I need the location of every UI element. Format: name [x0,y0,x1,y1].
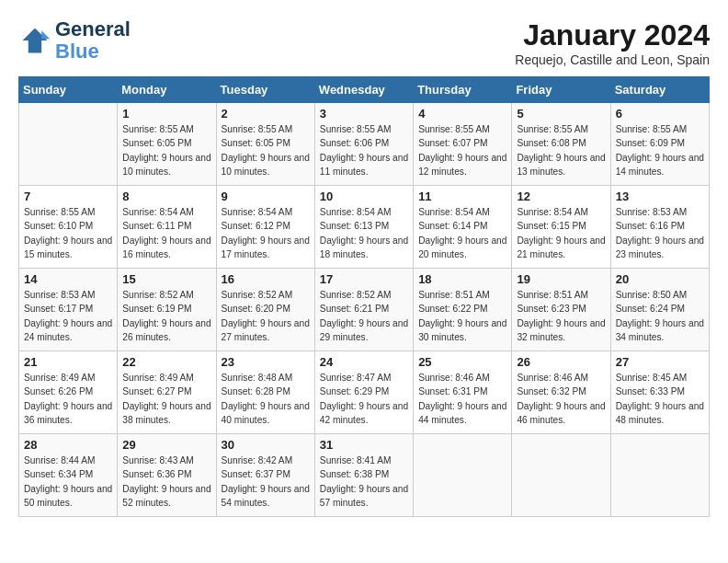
day-number: 24 [320,355,408,369]
calendar-cell: 27Sunrise: 8:45 AMSunset: 6:33 PMDayligh… [610,351,709,434]
calendar-cell: 12Sunrise: 8:54 AMSunset: 6:15 PMDayligh… [512,186,610,269]
sunrise-text: Sunrise: 8:52 AM [320,288,408,302]
day-info: Sunrise: 8:49 AMSunset: 6:26 PMDaylight:… [24,371,112,427]
sunrise-text: Sunrise: 8:44 AM [24,454,112,467]
day-number: 22 [122,355,210,369]
calendar-cell: 1Sunrise: 8:55 AMSunset: 6:05 PMDaylight… [118,103,216,186]
calendar-cell: 23Sunrise: 8:48 AMSunset: 6:28 PMDayligh… [216,351,314,434]
day-number: 13 [616,190,704,203]
sunset-text: Sunset: 6:22 PM [418,302,506,316]
calendar-cell: 30Sunrise: 8:42 AMSunset: 6:37 PMDayligh… [216,434,314,517]
calendar-cell: 18Sunrise: 8:51 AMSunset: 6:22 PMDayligh… [414,269,512,351]
sunrise-text: Sunrise: 8:51 AM [517,288,605,302]
daylight-text: Daylight: 9 hours and 40 minutes. [222,399,310,428]
sunrise-text: Sunrise: 8:49 AM [24,371,112,385]
weekday-header-tuesday: Tuesday [216,77,314,103]
sunrise-text: Sunrise: 8:52 AM [122,288,210,302]
day-info: Sunrise: 8:52 AMSunset: 6:19 PMDaylight:… [122,288,210,344]
sunrise-text: Sunrise: 8:48 AM [222,371,310,385]
calendar-cell: 10Sunrise: 8:54 AMSunset: 6:13 PMDayligh… [314,186,413,269]
day-number: 28 [24,438,112,452]
day-number: 7 [24,190,112,203]
sunset-text: Sunset: 6:06 PM [320,136,408,150]
day-info: Sunrise: 8:54 AMSunset: 6:12 PMDaylight:… [222,205,310,261]
sunrise-text: Sunrise: 8:47 AM [320,371,408,385]
daylight-text: Daylight: 9 hours and 27 minutes. [222,316,310,345]
day-info: Sunrise: 8:47 AMSunset: 6:29 PMDaylight:… [320,371,408,427]
weekday-header-saturday: Saturday [610,77,709,103]
sunrise-text: Sunrise: 8:41 AM [320,454,408,467]
day-info: Sunrise: 8:52 AMSunset: 6:21 PMDaylight:… [320,288,408,344]
sunset-text: Sunset: 6:05 PM [222,136,310,150]
sunset-text: Sunset: 6:15 PM [517,219,605,233]
logo-line1: General [55,18,131,40]
sunset-text: Sunset: 6:20 PM [222,302,310,316]
day-number: 4 [418,107,506,121]
day-number: 14 [24,272,112,286]
day-number: 6 [616,107,704,121]
sunset-text: Sunset: 6:38 PM [320,467,408,481]
day-number: 2 [222,107,310,121]
day-number: 15 [122,272,210,286]
day-info: Sunrise: 8:49 AMSunset: 6:27 PMDaylight:… [122,371,210,427]
calendar-cell: 22Sunrise: 8:49 AMSunset: 6:27 PMDayligh… [118,351,216,434]
day-number: 3 [320,107,408,121]
sunset-text: Sunset: 6:05 PM [122,136,210,150]
sunrise-text: Sunrise: 8:50 AM [616,288,704,302]
day-info: Sunrise: 8:55 AMSunset: 6:10 PMDaylight:… [24,205,112,261]
logo: General Blue [18,18,131,63]
day-info: Sunrise: 8:43 AMSunset: 6:36 PMDaylight:… [122,454,210,510]
sunrise-text: Sunrise: 8:43 AM [122,454,210,467]
day-number: 10 [320,190,408,203]
daylight-text: Daylight: 9 hours and 34 minutes. [616,316,704,345]
calendar-cell: 4Sunrise: 8:55 AMSunset: 6:07 PMDaylight… [414,103,512,186]
daylight-text: Daylight: 9 hours and 57 minutes. [320,482,408,511]
month-year: January 2024 [515,18,710,52]
daylight-text: Daylight: 9 hours and 15 minutes. [24,234,112,262]
daylight-text: Daylight: 9 hours and 10 minutes. [122,151,210,179]
day-number: 23 [222,355,310,369]
daylight-text: Daylight: 9 hours and 54 minutes. [222,482,310,511]
day-info: Sunrise: 8:55 AMSunset: 6:05 PMDaylight:… [122,122,210,178]
daylight-text: Daylight: 9 hours and 12 minutes. [418,151,506,179]
sunrise-text: Sunrise: 8:54 AM [320,205,408,219]
day-info: Sunrise: 8:45 AMSunset: 6:33 PMDaylight:… [616,371,704,427]
logo-icon [18,24,51,57]
day-info: Sunrise: 8:54 AMSunset: 6:13 PMDaylight:… [320,205,408,261]
sunrise-text: Sunrise: 8:51 AM [418,288,506,302]
page-header: General Blue January 2024 Requejo, Casti… [18,18,710,67]
sunrise-text: Sunrise: 8:52 AM [222,288,310,302]
calendar-cell: 13Sunrise: 8:53 AMSunset: 6:16 PMDayligh… [610,186,709,269]
sunset-text: Sunset: 6:09 PM [616,136,704,150]
daylight-text: Daylight: 9 hours and 38 minutes. [122,399,210,428]
sunrise-text: Sunrise: 8:55 AM [320,122,408,136]
day-number: 19 [517,272,605,286]
day-number: 8 [122,190,210,203]
calendar-cell: 17Sunrise: 8:52 AMSunset: 6:21 PMDayligh… [314,269,413,351]
sunset-text: Sunset: 6:37 PM [222,467,310,481]
sunset-text: Sunset: 6:13 PM [320,219,408,233]
day-info: Sunrise: 8:53 AMSunset: 6:16 PMDaylight:… [616,205,704,261]
daylight-text: Daylight: 9 hours and 18 minutes. [320,234,408,262]
title-block: January 2024 Requejo, Castille and Leon,… [515,18,710,67]
sunset-text: Sunset: 6:10 PM [24,219,112,233]
weekday-header-wednesday: Wednesday [314,77,413,103]
day-info: Sunrise: 8:55 AMSunset: 6:08 PMDaylight:… [517,122,605,178]
sunset-text: Sunset: 6:08 PM [517,136,605,150]
calendar-cell: 20Sunrise: 8:50 AMSunset: 6:24 PMDayligh… [610,269,709,351]
sunrise-text: Sunrise: 8:49 AM [122,371,210,385]
calendar-cell [512,434,610,517]
day-info: Sunrise: 8:51 AMSunset: 6:23 PMDaylight:… [517,288,605,344]
daylight-text: Daylight: 9 hours and 17 minutes. [222,234,310,262]
day-number: 30 [222,438,310,452]
calendar-cell: 19Sunrise: 8:51 AMSunset: 6:23 PMDayligh… [512,269,610,351]
sunrise-text: Sunrise: 8:55 AM [418,122,506,136]
daylight-text: Daylight: 9 hours and 21 minutes. [517,234,605,262]
calendar-cell: 14Sunrise: 8:53 AMSunset: 6:17 PMDayligh… [19,269,118,351]
day-number: 20 [616,272,704,286]
day-info: Sunrise: 8:46 AMSunset: 6:31 PMDaylight:… [418,371,506,427]
sunset-text: Sunset: 6:16 PM [616,219,704,233]
day-info: Sunrise: 8:53 AMSunset: 6:17 PMDaylight:… [24,288,112,344]
calendar-cell: 6Sunrise: 8:55 AMSunset: 6:09 PMDaylight… [610,103,709,186]
sunset-text: Sunset: 6:36 PM [122,467,210,481]
